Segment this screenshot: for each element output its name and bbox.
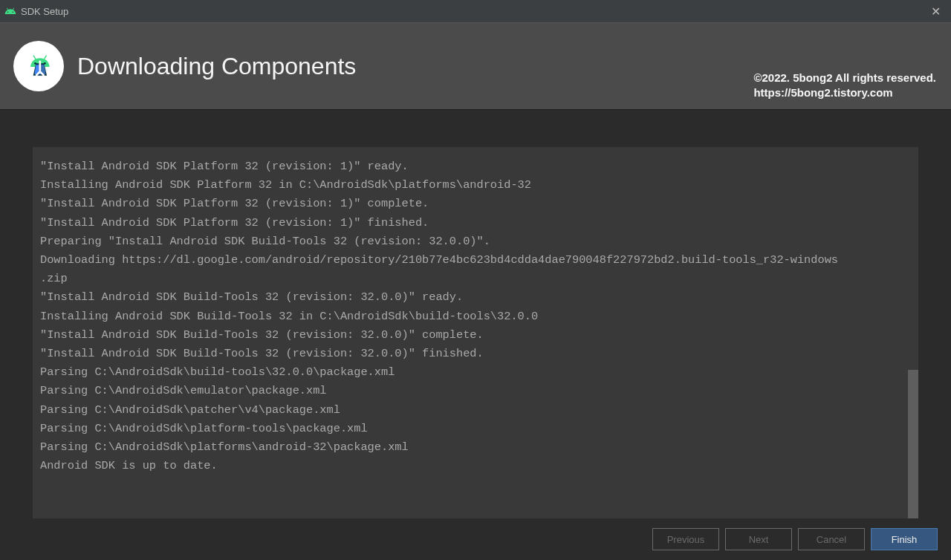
- watermark-line1: ©2022. 5bong2 All rights reserved.: [753, 71, 936, 85]
- titlebar: SDK Setup ✕: [0, 0, 951, 22]
- finish-button[interactable]: Finish: [871, 528, 938, 550]
- scrollbar-track[interactable]: [908, 147, 918, 518]
- watermark-line2: https://5bong2.tistory.com: [753, 85, 936, 100]
- log-panel: "Install Android SDK Platform 32 (revisi…: [33, 147, 918, 518]
- scrollbar-thumb[interactable]: [908, 370, 918, 518]
- content-area: "Install Android SDK Platform 32 (revisi…: [0, 110, 951, 518]
- android-icon: [4, 5, 16, 17]
- app-icon: [13, 41, 64, 91]
- window-title: SDK Setup: [21, 6, 68, 17]
- cancel-button[interactable]: Cancel: [798, 528, 865, 550]
- previous-button[interactable]: Previous: [652, 528, 719, 550]
- next-button[interactable]: Next: [725, 528, 792, 550]
- watermark: ©2022. 5bong2 All rights reserved. https…: [753, 71, 936, 101]
- log-output: "Install Android SDK Platform 32 (revisi…: [40, 157, 911, 475]
- close-icon[interactable]: ✕: [931, 4, 941, 19]
- footer-buttons: Previous Next Cancel Finish: [0, 518, 951, 560]
- svg-rect-2: [39, 61, 41, 71]
- page-title: Downloading Components: [77, 53, 356, 80]
- header: Downloading Components ©2022. 5bong2 All…: [0, 22, 951, 110]
